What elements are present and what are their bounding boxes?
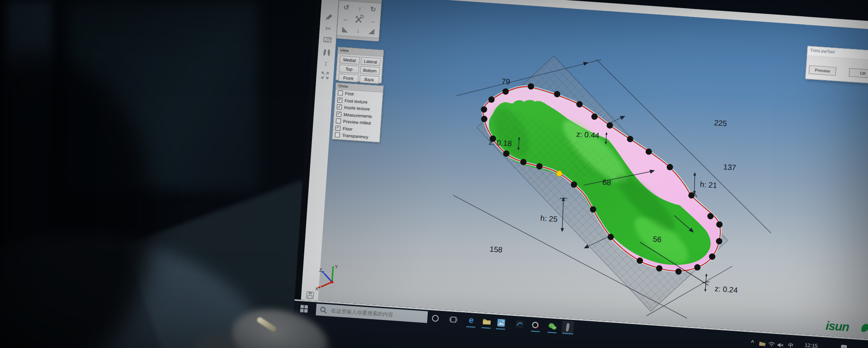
select-region-icon[interactable] — [320, 10, 338, 23]
running-indicator — [496, 328, 505, 329]
start-button[interactable] — [299, 304, 309, 313]
volume-muted-icon[interactable] — [776, 342, 785, 348]
3d-viewport[interactable] — [318, 0, 868, 343]
pan-up-icon[interactable]: ↑ — [353, 3, 367, 14]
rotate-ccw-icon[interactable]: ↺ — [340, 2, 354, 14]
task-view-icon[interactable] — [448, 314, 458, 324]
cad-app-icon[interactable] — [514, 319, 524, 329]
ok-button[interactable]: OK — [849, 68, 868, 79]
edge-browser-icon[interactable]: e — [466, 314, 477, 327]
ime-indicator[interactable]: 中 — [786, 342, 796, 348]
photo-of-monitor: ✂ ↕ — [0, 0, 868, 348]
checkbox-transparency[interactable] — [335, 132, 340, 138]
insole-pair-icon[interactable] — [318, 47, 336, 59]
monitor-screen: ✂ ↕ — [290, 0, 868, 348]
wechat-icon[interactable] — [547, 321, 557, 331]
preview-button[interactable]: Preview — [809, 66, 836, 76]
checkbox-foot[interactable] — [338, 90, 343, 96]
running-indicator — [481, 327, 491, 329]
pan-right-icon[interactable]: → — [365, 14, 379, 26]
view-front-button[interactable]: Front — [338, 74, 359, 83]
wifi-icon[interactable] — [767, 341, 776, 348]
view-back-button[interactable]: Back — [359, 75, 379, 84]
checkbox-preview-milled[interactable] — [336, 118, 341, 124]
show-panel: Show Foot ✓ Foot texture ✓ Insole textur… — [332, 82, 383, 142]
move-vertical-icon[interactable]: ↕ — [317, 58, 335, 70]
search-icon — [319, 306, 330, 315]
checkbox-floor[interactable]: ✓ — [335, 125, 341, 131]
tray-folder-icon[interactable] — [758, 340, 767, 347]
save-floppy-icon[interactable] — [301, 289, 319, 301]
view-bottom-button[interactable]: Bottom — [360, 66, 380, 75]
rotate-cw-icon[interactable]: ↻ — [366, 4, 380, 15]
running-indicator — [547, 332, 557, 333]
search-input[interactable] — [330, 307, 422, 320]
cortana-icon[interactable] — [430, 313, 440, 323]
scissors-icon[interactable]: ✂ — [319, 23, 337, 35]
running-indicator — [562, 333, 573, 334]
checkbox-foot-texture[interactable]: ✓ — [337, 98, 343, 103]
insole-app-icon[interactable] — [561, 320, 574, 334]
corner-left-icon[interactable]: ◣ — [338, 24, 352, 35]
view-lateral-button[interactable]: Lateral — [360, 57, 381, 66]
navigation-panel: ↺ ↑ ↻ ← → ◣ ↓ ◢ — [336, 0, 382, 41]
trimlinetool-dialog-title: TrimLineTool — [807, 46, 868, 64]
pan-down-icon[interactable]: ↓ — [351, 24, 365, 36]
file-explorer-icon[interactable] — [481, 316, 492, 328]
expand-arrows-icon[interactable] — [316, 70, 334, 82]
checkbox-insole-texture[interactable]: ✓ — [337, 104, 342, 110]
notification-icon[interactable] — [840, 344, 848, 348]
isun-watermark: isun — [825, 319, 849, 334]
view-panel: View Medial Lateral Top Bottom Front Bac… — [335, 47, 384, 84]
isun-foot-glyph — [859, 322, 868, 334]
photos-app-icon[interactable] — [495, 317, 507, 329]
running-indicator — [531, 330, 540, 332]
section-plane-icon[interactable] — [319, 34, 337, 46]
pan-left-icon[interactable]: ← — [339, 13, 353, 24]
view-medial-button[interactable]: Medial — [340, 56, 360, 65]
checkbox-measurements[interactable]: ✓ — [336, 111, 342, 117]
tray-chevron-icon[interactable]: ^ — [748, 339, 757, 346]
running-indicator — [466, 326, 475, 328]
taskbar-clock[interactable]: 12:15 — [802, 341, 821, 348]
corner-right-icon[interactable]: ◢ — [364, 25, 378, 37]
view-top-button[interactable]: Top — [339, 65, 359, 74]
tools-icon[interactable] — [352, 14, 366, 25]
ring-app-icon[interactable] — [530, 320, 540, 330]
